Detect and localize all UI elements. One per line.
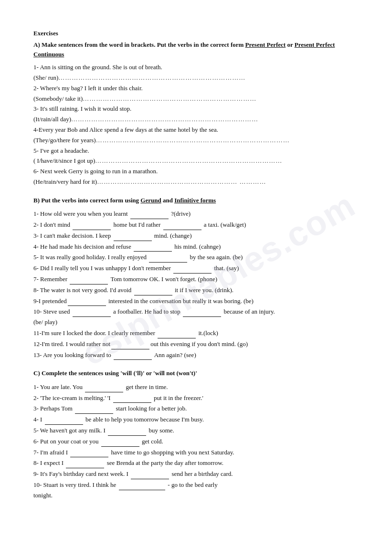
item-text: I expect I see Brenda at the party the d…	[40, 459, 223, 466]
section-c-item-4: 4- I be able to help you tomorrow becaus…	[33, 414, 359, 425]
section-a: A) Make sentences from the word in brack…	[33, 40, 359, 187]
item-num: 5-	[33, 253, 39, 261]
item-text: Ann is sitting on the ground. She is out…	[40, 63, 162, 71]
dots: …………………………………………………………………………	[71, 116, 258, 123]
bracket: (He/train/very hard for it)	[33, 178, 97, 185]
section-a-item-2-bracket: (Somebody/ take it)…………………………………………………………	[33, 94, 359, 104]
section-a-item-6-bracket: (He/train/very hard for it)……………………………………	[33, 177, 359, 187]
item-num: 13-	[33, 351, 42, 358]
item-num: 4-	[33, 416, 39, 423]
section-b-item-4: 4- He had made his decision and refuse h…	[33, 242, 359, 252]
section-a-item-3: 3- It's still raining. I wish it would s…	[33, 104, 359, 114]
section-a-item-5: 5- I've got a headache.	[33, 146, 359, 156]
item-text: I'm sure I locked the door. I clearly re…	[42, 329, 218, 337]
section-c-item-1: 1- You are late. You get there in time.	[33, 382, 359, 392]
item-text: I've got a headache.	[40, 147, 89, 154]
bracket: (Somebody/ take it)	[33, 95, 83, 102]
item-text: Steve used a footballer. He had to stop …	[43, 308, 275, 315]
item-text: It's still raining. I wish it would stop…	[40, 105, 131, 112]
dots: …………………………………………………………………………	[95, 157, 282, 164]
item-num: 10-	[33, 308, 42, 315]
section-b-item-1: 1- How old were you when you learnt ?(dr…	[33, 209, 359, 219]
item-text: I be able to help you tomorrow because I…	[40, 416, 204, 423]
section-a-underline1: Present Perfect	[245, 41, 286, 48]
section-a-instruction-text: A) Make sentences from the word in brack…	[33, 41, 245, 48]
item-num: 6-	[33, 438, 39, 445]
item-text: I pretended interested in the conversati…	[39, 297, 254, 305]
blank	[131, 469, 169, 479]
section-a-instruction: A) Make sentences from the word in brack…	[33, 40, 359, 59]
item-num: 8-	[33, 459, 39, 466]
item-num: 3-	[33, 105, 39, 112]
item-text: Remember Tom tomorrow OK. I won't forget…	[40, 275, 217, 283]
dots: ……………………………………………………… …………	[97, 178, 266, 185]
bracket: ( I/have/it/since I got up)	[33, 157, 95, 164]
item-num: 6-	[33, 264, 39, 272]
item-num: 5-	[33, 147, 39, 154]
section-c-item-8: 8- I expect I see Brenda at the party th…	[33, 458, 359, 468]
blank	[70, 274, 108, 284]
blank	[111, 339, 149, 349]
section-c-item-5: 5- We haven't got any milk. I buy some.	[33, 425, 359, 436]
section-b-item-3: 3- I can't make decision. I keep mind. (…	[33, 231, 359, 241]
section-c-instruction: C) Complete the sentences using 'will ('…	[33, 368, 359, 378]
section-b-underline2: Infinitive forms	[174, 197, 216, 204]
section-c-item-9: 9- It's Fay's birthday card next week. I…	[33, 469, 359, 479]
blank	[73, 306, 111, 317]
item-num: 2-	[33, 221, 39, 228]
section-c-instruction-text: C) Complete the sentences using 'will ('…	[33, 369, 197, 377]
item-num: 5-	[33, 427, 39, 434]
section-c-item-2: 2- 'The ice-cream is melting.' 'I put it…	[33, 393, 359, 403]
section-b-item-6: 6- Did I really tell you I was unhappy I…	[33, 263, 359, 274]
blank	[68, 296, 106, 306]
blank	[114, 231, 152, 241]
item-num: 4-	[33, 243, 39, 250]
section-c-item-10-sub: tonight.	[33, 491, 359, 501]
item-text: Are you looking forward to Ann again? (s…	[43, 351, 196, 358]
blank	[108, 425, 146, 436]
item-text: It's Fay's birthday card next week. I se…	[40, 470, 233, 477]
exercises-label: Exercises	[33, 29, 359, 38]
section-b-item-2: 2- I don't mind home but I'd rather a ta…	[33, 220, 359, 230]
section-b-item-9: 9-I pretended interested in the conversa…	[33, 296, 359, 306]
item-text: The water is not very good. I'd avoid it…	[40, 286, 233, 294]
section-b-instruction-text: B) Put the verbs into correct form using	[33, 197, 140, 204]
section-a-item-4: 4-Every year Bob and Alice spend a few d…	[33, 125, 359, 135]
blank	[134, 285, 172, 295]
item-text: Put on your coat or you get cold.	[40, 438, 163, 445]
item-num: 9-	[33, 297, 39, 305]
section-a-item-1: 1- Ann is sitting on the ground. She is …	[33, 63, 359, 73]
bracket: (They/go/there for years)	[33, 137, 96, 144]
blank	[85, 382, 123, 392]
blank	[66, 458, 104, 468]
blank	[114, 350, 152, 360]
item-text: We haven't got any milk. I buy some.	[40, 427, 174, 434]
item-num: 12-	[33, 340, 42, 347]
section-b-item-5: 5- It was really good holiday. I really …	[33, 252, 359, 263]
item-num: 1-	[33, 63, 39, 71]
item-num: 2-	[33, 84, 39, 92]
section-b-item-12: 12-I'm tired. I would rather not out thi…	[33, 339, 359, 349]
item-text: I don't mind home but I'd rather a taxi.…	[40, 221, 246, 228]
item-text: Next week Gerry is going to run in a mar…	[40, 168, 158, 175]
section-a-item-2: 2- Where's my bag? I left it under this …	[33, 84, 359, 94]
blank	[119, 480, 166, 490]
item-num: 3-	[33, 232, 39, 239]
item-num: 7-	[33, 275, 39, 283]
item-num: 7-	[33, 449, 39, 456]
item-num: 4-	[33, 126, 39, 133]
dots: …………………………………………………………………………	[58, 74, 245, 81]
section-c-item-3: 3- Perhaps Tom start looking for a bette…	[33, 403, 359, 414]
item-text: He had made his decision and refuse his …	[40, 243, 221, 250]
item-text: 'The ice-cream is melting.' 'I put it in…	[40, 394, 203, 401]
item-text: Did I really tell you I was unhappy I do…	[40, 264, 239, 272]
section-b: B) Put the verbs into correct form using…	[33, 196, 359, 360]
blank	[173, 263, 212, 274]
section-a-item-5-bracket: ( I/have/it/since I got up)……………………………………	[33, 156, 359, 166]
section-b-underline1: Gerund	[140, 197, 161, 204]
item-text: Stuart is very tired. I think he - go to…	[43, 481, 218, 488]
dots: ……………………………………………………………………………	[96, 137, 290, 144]
blank	[158, 328, 196, 338]
section-c-item-7: 7- I'm afraid I have time to go shopping…	[33, 447, 359, 458]
section-b-item-11: 11-I'm sure I locked the door. I clearly…	[33, 328, 359, 338]
